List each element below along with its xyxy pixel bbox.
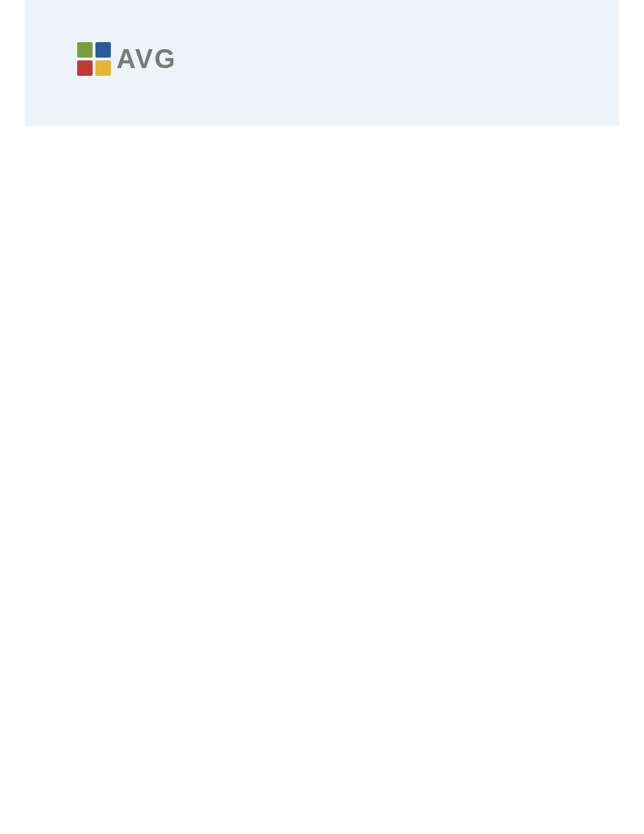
- avg-logo-icon: [77, 42, 111, 76]
- avg-logo-text: AVG: [116, 44, 177, 74]
- avg-logo: AVG: [77, 42, 177, 76]
- page-header: AVG: [25, 0, 619, 126]
